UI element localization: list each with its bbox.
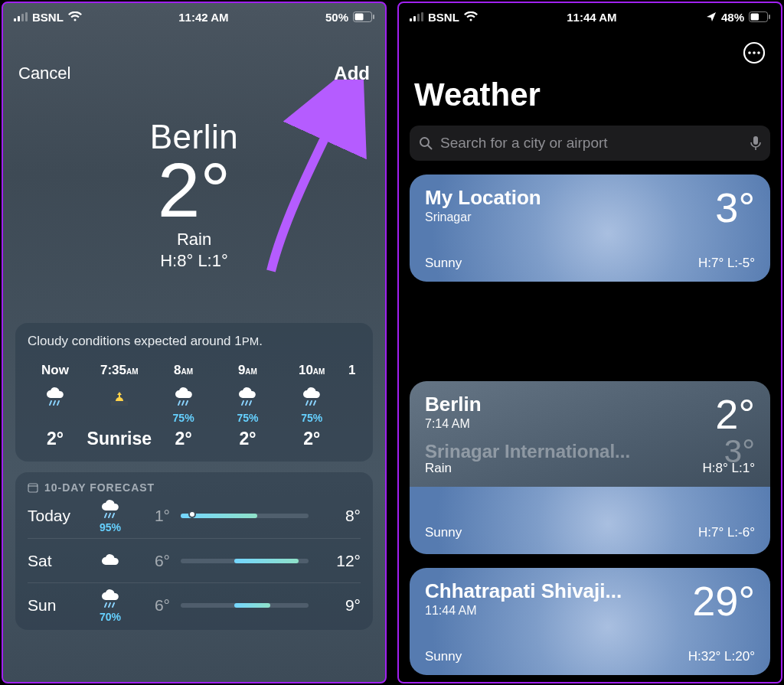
rain-cloud-icon <box>172 386 195 409</box>
current-weather: Berlin 2° Rain H:8° L:1° <box>3 118 385 271</box>
daily-row: Sun70%6°9° <box>28 582 361 627</box>
svg-rect-7 <box>111 401 128 406</box>
hour-temp: 2° <box>239 429 256 449</box>
high-temp: 9° <box>319 596 361 615</box>
hour-temp: Sunrise <box>87 429 152 449</box>
hour-label: 8AM <box>174 363 193 378</box>
wifi-icon <box>68 11 82 22</box>
status-bar: BSNL 11:42 AM 50% <box>3 3 385 31</box>
page-title: Weather <box>414 77 770 113</box>
hour-item: Now2° <box>28 363 83 449</box>
svg-line-33 <box>428 145 432 149</box>
hour-temp: 2° <box>47 429 64 449</box>
hourly-panel[interactable]: Cloudy conditions expected around 1PM. N… <box>15 323 373 462</box>
svg-rect-17 <box>28 484 38 492</box>
card-title: Berlin <box>425 393 482 416</box>
add-button[interactable]: Add <box>334 63 370 84</box>
hour-item: 8AM75%2° <box>156 363 211 449</box>
svg-line-19 <box>105 514 106 517</box>
daily-row: Sat6°12° <box>28 538 361 582</box>
svg-point-29 <box>748 51 751 54</box>
svg-rect-1 <box>355 14 364 21</box>
location-card-my-location[interactable]: My Location Srinagar 3° Sunny H:7° L:-5° <box>410 175 770 282</box>
hour-temp: 2° <box>175 429 192 449</box>
right-phone: BSNL 11:44 AM 48% Weather <box>397 2 782 683</box>
svg-rect-34 <box>753 136 758 145</box>
card-subtitle: 7:14 AM <box>425 417 482 431</box>
more-options-button[interactable] <box>743 41 766 64</box>
hourly-header: Cloudy conditions expected around 1PM. <box>28 334 361 349</box>
temp-range-bar <box>181 514 309 518</box>
high-temp: 12° <box>319 552 361 570</box>
precip-pct: 75% <box>173 412 194 424</box>
location-card-chhatrapati[interactable]: Chhatrapati Shivaji... 11:44 AM 29° Sunn… <box>410 568 770 675</box>
precip-pct: 95% <box>100 521 121 533</box>
search-input[interactable] <box>440 135 743 152</box>
hour-label: 7:35AM <box>100 363 139 378</box>
daily-forecast-panel[interactable]: 10-DAY FORECAST Today95%1°8°Sat6°12°Sun7… <box>15 472 373 630</box>
card-hilo: H:32° L:20° <box>688 649 755 664</box>
svg-line-24 <box>113 603 114 607</box>
location-card-srinagar-intl[interactable]: Sunny H:7° L:-6° <box>410 487 770 554</box>
daily-row: Today95%1°8° <box>28 494 361 538</box>
hour-label: 10AM <box>299 363 325 378</box>
wifi-icon <box>464 11 478 22</box>
card-hilo: H:7° L:-6° <box>698 525 755 540</box>
card-temp: 2° <box>715 393 755 435</box>
left-phone: BSNL 11:42 AM 50% Cancel Add Berlin 2° R… <box>2 2 387 683</box>
rain-cloud-icon <box>44 386 67 409</box>
cancel-button[interactable]: Cancel <box>18 64 70 83</box>
rain-cloud-icon <box>99 588 122 611</box>
card-temp: 29° <box>692 580 755 621</box>
low-temp: 6° <box>132 552 170 570</box>
battery-pct: 50% <box>325 11 348 24</box>
svg-line-15 <box>310 401 312 405</box>
card-subtitle: Srinagar <box>425 210 541 224</box>
svg-line-12 <box>246 401 247 405</box>
battery-pct: 48% <box>721 11 744 24</box>
svg-point-30 <box>753 51 756 54</box>
hour-item-partial: 1 <box>348 363 361 449</box>
battery-icon <box>749 11 770 22</box>
temp-range-bar <box>181 559 309 563</box>
low-temp: 1° <box>132 507 170 525</box>
clock: 11:42 AM <box>178 11 228 24</box>
low-temp: 6° <box>132 596 170 615</box>
forecast-title: 10-DAY FORECAST <box>28 481 361 494</box>
calendar-icon <box>28 482 38 493</box>
svg-line-21 <box>113 514 114 517</box>
svg-line-23 <box>109 603 110 607</box>
hour-item: 9AM75%2° <box>220 363 275 449</box>
card-temp: 3° <box>715 187 755 228</box>
svg-rect-26 <box>751 14 760 21</box>
hour-temp: 2° <box>303 429 320 449</box>
hour-item: 7:35AMSunrise <box>92 363 147 449</box>
svg-line-4 <box>54 401 55 405</box>
svg-rect-27 <box>769 15 770 19</box>
hour-item: 10AM75%2° <box>284 363 339 449</box>
rain-cloud-icon <box>236 386 259 409</box>
svg-line-3 <box>50 401 51 405</box>
day-label: Sun <box>28 596 89 615</box>
hour-label: 9AM <box>238 363 257 378</box>
card-ghost-row: Srinagar International... 3° <box>425 433 755 470</box>
signal-icon <box>410 12 423 21</box>
location-card-berlin[interactable]: Berlin 7:14 AM 2° Srinagar International… <box>410 381 770 487</box>
carrier-label: BSNL <box>428 11 459 24</box>
sunrise-icon <box>108 386 131 409</box>
svg-point-31 <box>757 51 760 54</box>
search-icon <box>419 136 433 150</box>
svg-line-22 <box>105 603 106 607</box>
svg-rect-2 <box>373 15 374 19</box>
svg-line-5 <box>57 401 59 405</box>
mic-icon[interactable] <box>750 135 761 151</box>
svg-line-8 <box>178 401 180 405</box>
precip-pct: 70% <box>100 611 121 623</box>
card-subtitle: 11:44 AM <box>425 604 622 618</box>
rain-cloud-icon <box>300 386 323 409</box>
search-bar[interactable] <box>410 126 770 161</box>
svg-line-9 <box>182 401 184 405</box>
current-temp: 2° <box>3 152 385 228</box>
svg-line-13 <box>250 401 251 405</box>
card-condition: Sunny <box>425 649 462 664</box>
